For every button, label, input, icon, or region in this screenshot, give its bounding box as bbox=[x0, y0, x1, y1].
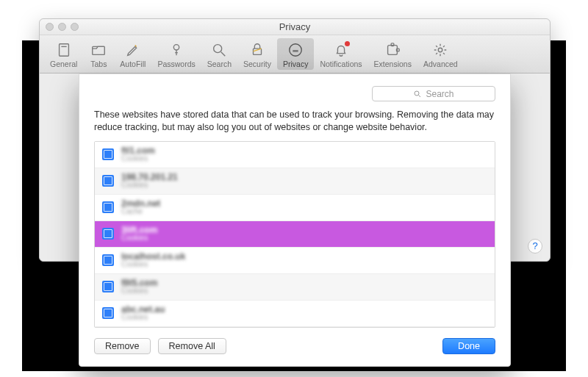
list-item[interactable]: 198.70.201.21Cookies bbox=[95, 168, 495, 195]
done-button[interactable]: Done bbox=[442, 338, 495, 354]
tabs-icon bbox=[89, 40, 108, 60]
site-icon bbox=[102, 148, 114, 160]
advanced-icon bbox=[431, 40, 450, 60]
tab-label: Notifications bbox=[320, 60, 362, 68]
tab-passwords[interactable]: Passwords bbox=[151, 38, 201, 70]
tab-autofill[interactable]: AutoFill bbox=[114, 38, 151, 70]
autofill-icon bbox=[123, 40, 143, 60]
list-item[interactable]: abc.net.auCookies bbox=[95, 301, 495, 327]
sheet-button-bar: Remove Remove All Done bbox=[94, 338, 495, 354]
tab-label: Advanced bbox=[423, 60, 458, 68]
close-window-button[interactable] bbox=[46, 23, 54, 31]
search-input[interactable]: Search bbox=[372, 86, 495, 101]
site-detail: Cookies bbox=[121, 287, 157, 295]
site-icon bbox=[102, 307, 114, 319]
tab-label: Tabs bbox=[90, 60, 107, 68]
svg-line-13 bbox=[419, 95, 421, 97]
search-icon bbox=[209, 40, 229, 60]
site-detail: Cookies bbox=[121, 314, 165, 322]
window-title: Privacy bbox=[40, 19, 550, 35]
site-detail: Cache bbox=[121, 208, 160, 216]
svg-point-3 bbox=[173, 45, 179, 50]
minimize-window-button[interactable] bbox=[58, 23, 66, 31]
site-detail: Cookies bbox=[121, 155, 155, 163]
titlebar: Privacy bbox=[40, 19, 550, 35]
site-icon bbox=[102, 281, 114, 292]
zoom-window-button[interactable] bbox=[71, 23, 79, 31]
site-icon bbox=[102, 254, 114, 266]
privacy-icon bbox=[286, 40, 305, 60]
preferences-toolbar: General Tabs AutoFill Passwords Search S… bbox=[40, 35, 550, 73]
extensions-icon bbox=[383, 40, 402, 60]
svg-rect-9 bbox=[391, 43, 394, 46]
tab-privacy[interactable]: Privacy bbox=[277, 38, 314, 70]
svg-rect-8 bbox=[388, 46, 398, 55]
list-item[interactable]: 3lift.comCookies bbox=[95, 221, 495, 248]
svg-rect-2 bbox=[93, 46, 105, 54]
tab-label: Passwords bbox=[157, 60, 195, 68]
svg-line-5 bbox=[221, 52, 226, 57]
site-detail: Cookies bbox=[121, 234, 157, 243]
window-controls bbox=[46, 23, 79, 31]
svg-point-12 bbox=[415, 91, 419, 96]
tab-general[interactable]: General bbox=[44, 38, 83, 70]
tab-label: Search bbox=[207, 60, 232, 68]
tab-tabs[interactable]: Tabs bbox=[83, 38, 114, 70]
svg-point-11 bbox=[439, 48, 443, 52]
list-item[interactable]: localhost.co.ukCookies bbox=[95, 248, 495, 274]
tab-notifications[interactable]: Notifications bbox=[314, 38, 368, 70]
svg-point-4 bbox=[214, 45, 222, 53]
website-data-list[interactable]: ftl1.comCookies 198.70.201.21Cookies 2md… bbox=[94, 141, 495, 328]
tab-label: AutoFill bbox=[120, 60, 146, 68]
list-item[interactable]: f8t5.comCookies bbox=[95, 274, 495, 301]
site-detail: Cookies bbox=[121, 182, 178, 190]
site-detail: Cookies bbox=[121, 261, 185, 269]
passwords-icon bbox=[167, 40, 186, 60]
svg-rect-10 bbox=[397, 49, 400, 51]
list-item[interactable]: ftl1.comCookies bbox=[95, 142, 495, 168]
tab-label: Extensions bbox=[374, 60, 412, 68]
tab-extensions[interactable]: Extensions bbox=[368, 38, 417, 70]
remove-button[interactable]: Remove bbox=[94, 338, 151, 354]
remove-all-button[interactable]: Remove All bbox=[158, 338, 226, 354]
site-icon bbox=[102, 175, 114, 187]
badge-icon bbox=[345, 41, 350, 46]
tab-advanced[interactable]: Advanced bbox=[417, 38, 464, 70]
general-icon bbox=[54, 40, 74, 60]
search-icon bbox=[413, 90, 422, 98]
notifications-icon bbox=[331, 40, 351, 60]
search-placeholder: Search bbox=[426, 89, 453, 99]
help-button[interactable]: ? bbox=[528, 239, 542, 254]
tab-label: Privacy bbox=[283, 60, 308, 68]
tab-security[interactable]: Security bbox=[237, 38, 277, 70]
site-icon bbox=[102, 201, 114, 213]
svg-rect-0 bbox=[59, 44, 68, 57]
sheet-description: These websites have stored data that can… bbox=[94, 109, 495, 134]
tab-label: General bbox=[50, 60, 77, 68]
security-icon bbox=[248, 40, 267, 60]
site-icon bbox=[102, 228, 114, 240]
website-data-sheet: Search These websites have stored data t… bbox=[79, 73, 511, 367]
list-item[interactable]: 2mdn.netCache bbox=[95, 195, 495, 221]
tab-label: Security bbox=[243, 60, 271, 68]
tab-search[interactable]: Search bbox=[201, 38, 237, 70]
